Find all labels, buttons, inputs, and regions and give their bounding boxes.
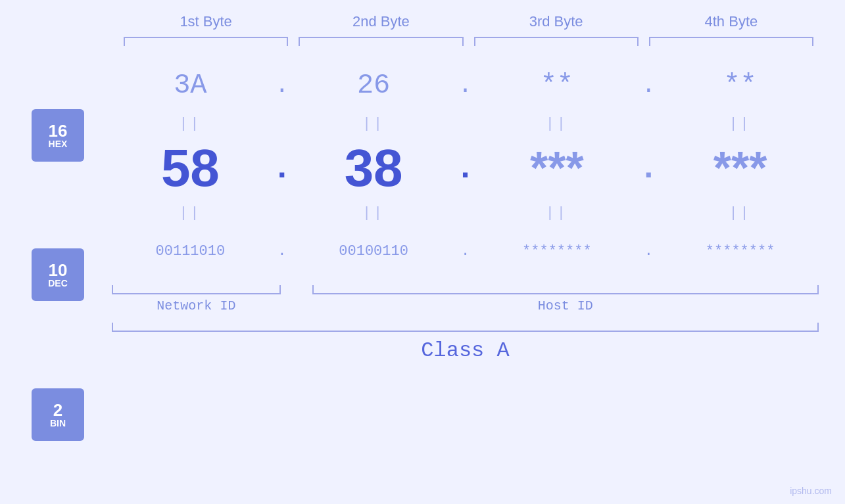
bracket-byte3 [474, 37, 639, 46]
bin-byte2: 00100110 [295, 243, 452, 260]
byte4-header: 4th Byte [644, 13, 819, 30]
eq2-b1: || [112, 205, 269, 221]
bin-badge: 2 BIN [32, 388, 84, 441]
class-label: Class A [112, 338, 819, 363]
hex-dot2: . [452, 72, 479, 99]
bin-dot3: . [635, 243, 662, 260]
dec-dot3: . [635, 150, 662, 187]
byte2-header: 2nd Byte [293, 13, 468, 30]
bin-byte3: ******** [479, 243, 636, 260]
eq1-b3: || [479, 116, 636, 132]
bin-byte1: 00111010 [112, 243, 269, 260]
eq1-b4: || [662, 116, 819, 132]
hex-byte1: 3A [112, 70, 269, 101]
hex-byte2: 26 [295, 70, 452, 101]
network-id-label: Network ID [112, 298, 281, 313]
bracket-byte4 [649, 37, 813, 46]
eq2-b2: || [295, 205, 452, 221]
hex-dot1: . [269, 72, 295, 99]
dec-dot1: . [269, 150, 295, 187]
host-id-label: Host ID [312, 298, 819, 313]
full-bracket [112, 323, 819, 332]
watermark: ipshu.com [790, 486, 832, 496]
badges-wrapper: 16 HEX 10 DEC 2 BIN [26, 59, 112, 491]
dec-byte4: *** [662, 142, 819, 195]
hex-dot3: . [635, 72, 662, 99]
dec-row: 58 . 38 . *** . *** [112, 135, 819, 201]
eq1-b1: || [112, 116, 269, 132]
dec-byte2: 38 [295, 138, 452, 198]
bin-row: 00111010 . 00100110 . ******** . [112, 225, 819, 277]
network-bracket [112, 285, 281, 294]
byte-headers-row: 1st Byte 2nd Byte 3rd Byte 4th Byte [26, 13, 819, 30]
hex-badge: 16 HEX [32, 109, 84, 162]
eq2-b3: || [479, 205, 636, 221]
bin-dot2: . [452, 243, 479, 260]
bin-dot1: . [269, 243, 295, 260]
top-brackets [26, 37, 819, 46]
host-bracket [312, 285, 819, 294]
equals-row-2: || || || || [112, 201, 819, 225]
hex-row: 3A . 26 . ** . ** [112, 59, 819, 112]
dec-byte1: 58 [112, 138, 269, 198]
dec-dot2: . [452, 150, 479, 187]
byte3-header: 3rd Byte [469, 13, 644, 30]
dec-badge: 10 DEC [32, 248, 84, 301]
bin-byte4: ******** [662, 243, 819, 260]
bracket-byte2 [299, 37, 463, 46]
equals-row-1: || || || || [112, 112, 819, 135]
eq1-b2: || [295, 116, 452, 132]
hex-byte4: ** [662, 70, 819, 101]
byte1-header: 1st Byte [118, 13, 293, 30]
hex-byte3: ** [479, 70, 636, 101]
main-container: 1st Byte 2nd Byte 3rd Byte 4th Byte 16 H… [0, 0, 845, 504]
dec-byte3: *** [479, 142, 636, 195]
eq2-b4: || [662, 205, 819, 221]
bracket-byte1 [124, 37, 288, 46]
